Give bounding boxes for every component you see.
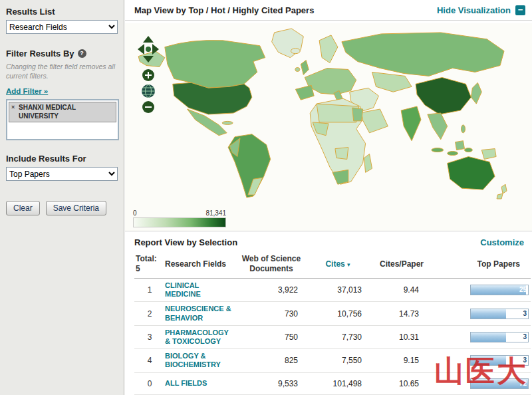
column-research-fields: Research Fields	[165, 259, 234, 269]
row-cites: 37,013	[309, 285, 367, 295]
top-papers-bar: 3	[470, 309, 529, 319]
cites-label: Cites	[325, 259, 344, 269]
results-list-select[interactable]: Research Fields	[6, 20, 118, 34]
top-papers-bar-fill	[471, 309, 506, 319]
research-field-link[interactable]: BIOLOGY & BIOCHEMISTRY	[165, 352, 234, 369]
column-cites-sort[interactable]: Cites ▾	[309, 259, 367, 269]
row-cites-per-paper: 9.15	[367, 356, 436, 365]
filter-note: Changing the filter field removes all cu…	[6, 63, 118, 80]
main-panel: Map View by Top / Hot / Highly Cited Pap…	[125, 0, 532, 395]
table-row: 1 CLINICAL MEDICINE 3,922 37,013 9.44 25	[134, 279, 531, 302]
row-cites: 7,730	[309, 332, 367, 342]
row-documents: 9,533	[234, 379, 309, 388]
column-top-papers: Top Papers	[436, 259, 531, 269]
top-papers-bar-fill	[471, 285, 526, 295]
row-cites: 10,756	[309, 309, 367, 319]
report-table: Total: 5 Research Fields Web of Science …	[134, 253, 531, 395]
results-list-label: Results List	[6, 7, 118, 17]
total-value: 5	[136, 264, 165, 274]
total-label: Total:	[136, 254, 165, 264]
pan-right-icon	[152, 44, 159, 55]
filter-selected-item[interactable]: × SHANXI MEDICAL UNIVERSITY	[9, 102, 116, 122]
map-nav-controls[interactable]	[137, 35, 160, 116]
row-rank: 1	[134, 285, 165, 295]
map-header: Map View by Top / Hot / Highly Cited Pap…	[125, 0, 532, 21]
table-header-row: Total: 5 Research Fields Web of Science …	[134, 253, 531, 279]
row-cites: 7,550	[309, 356, 367, 365]
row-documents: 730	[234, 309, 309, 319]
table-row: 4 BIOLOGY & BIOCHEMISTRY 825 7,550 9.15 …	[134, 349, 531, 372]
sort-desc-icon: ▾	[347, 261, 350, 268]
legend-gradient-bar	[133, 217, 226, 227]
remove-filter-icon[interactable]: ×	[11, 104, 15, 111]
row-top-papers: 25	[519, 285, 527, 295]
report-table-body: 1 CLINICAL MEDICINE 3,922 37,013 9.44 25…	[134, 279, 531, 395]
filter-selected-label: SHANXI MEDICAL UNIVERSITY	[19, 104, 76, 120]
top-papers-bar: 3	[470, 332, 529, 342]
research-field-link[interactable]: CLINICAL MEDICINE	[165, 281, 234, 299]
row-rank: 4	[134, 356, 165, 365]
hide-visualization-link[interactable]: Hide Visualization −	[437, 5, 525, 15]
row-documents: 825	[234, 356, 309, 365]
esi-app-window: Results List Research Fields Filter Resu…	[0, 0, 532, 395]
total-header: Total: 5	[134, 254, 165, 274]
filter-by-label: Filter Results By	[6, 49, 74, 59]
legend-max: 81,341	[205, 209, 226, 217]
top-papers-bar-fill	[471, 332, 506, 342]
report-header: Report View by Selection Customize	[125, 231, 532, 253]
row-cites-per-paper: 9.44	[367, 285, 436, 295]
pan-up-icon	[143, 36, 154, 43]
filter-listbox[interactable]: × SHANXI MEDICAL UNIVERSITY	[6, 99, 119, 140]
pan-left-icon	[138, 44, 144, 55]
world-map-panel: 0 81,341	[125, 23, 532, 231]
row-rank: 0	[134, 379, 165, 388]
add-filter-link[interactable]: Add Filter »	[6, 87, 48, 95]
row-cites: 101,498	[309, 379, 367, 388]
top-papers-bar: 3	[470, 355, 529, 366]
row-rank: 3	[134, 332, 165, 342]
help-icon[interactable]: ?	[78, 49, 86, 58]
legend-min: 0	[133, 209, 137, 217]
hide-visualization-label: Hide Visualization	[437, 5, 511, 15]
table-row: 0 ALL FIELDS 9,533 101,498 10.65 72	[134, 373, 531, 395]
row-cites-per-paper: 10.31	[367, 332, 436, 342]
table-row: 2 NEUROSCIENCE & BEHAVIOR 730 10,756 14.…	[134, 302, 531, 325]
row-top-papers: 72	[519, 379, 527, 388]
save-criteria-button[interactable]: Save Criteria	[46, 201, 106, 215]
customize-link[interactable]: Customize	[480, 237, 524, 247]
report-view-title: Report View by Selection	[134, 237, 237, 247]
map-legend: 0 81,341	[133, 209, 226, 227]
row-cites-per-paper: 14.73	[367, 309, 436, 319]
column-cites-per-paper: Cites/Paper	[367, 259, 436, 269]
row-rank: 2	[134, 309, 165, 319]
row-top-papers: 3	[523, 309, 527, 319]
research-field-link[interactable]: ALL FIELDS	[165, 379, 234, 388]
row-top-papers: 3	[523, 356, 527, 365]
top-papers-bar: 25	[470, 285, 529, 295]
include-results-select[interactable]: Top Papers	[6, 167, 118, 181]
row-top-papers: 3	[523, 332, 527, 342]
table-row: 3 PHARMACOLOGY & TOXICOLOGY 750 7,730 10…	[134, 326, 531, 349]
row-documents: 750	[234, 332, 309, 342]
row-documents: 3,922	[234, 285, 309, 295]
pan-pad-icon	[138, 36, 159, 63]
research-field-link[interactable]: NEUROSCIENCE & BEHAVIOR	[165, 305, 234, 322]
top-papers-bar-fill	[471, 356, 506, 365]
zoom-controls-icon	[142, 69, 155, 113]
research-field-link[interactable]: PHARMACOLOGY & TOXICOLOGY	[165, 329, 234, 346]
collapse-icon: −	[515, 5, 525, 15]
top-papers-bar: 72	[470, 378, 529, 389]
column-wos-documents: Web of Science Documents	[234, 254, 309, 274]
include-results-label: Include Results For	[6, 154, 118, 164]
clear-button[interactable]: Clear	[6, 201, 40, 215]
world-map	[130, 23, 527, 201]
pan-down-icon	[143, 56, 154, 63]
map-view-title: Map View by Top / Hot / Highly Cited Pap…	[134, 5, 314, 15]
sidebar: Results List Research Fields Filter Resu…	[0, 0, 124, 395]
row-cites-per-paper: 10.65	[367, 379, 436, 388]
